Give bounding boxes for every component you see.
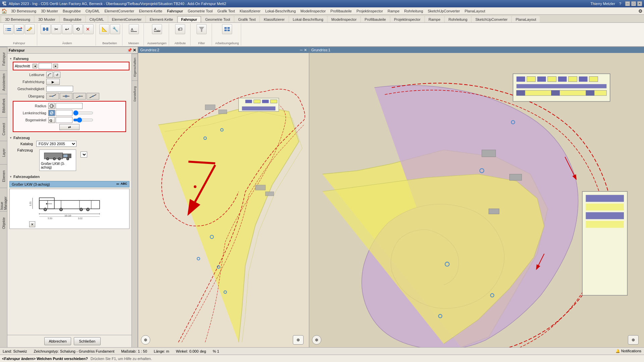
bogenwinkel-icon-btn[interactable]: [48, 117, 55, 123]
vp-left-min-icon[interactable]: ─: [300, 48, 303, 52]
lenkeinschlag-input[interactable]: -100.0: [56, 110, 72, 116]
aendern-btn2[interactable]: ✂: [51, 24, 61, 34]
messen-btn1[interactable]: A: [129, 24, 139, 34]
menu-profilbauteile[interactable]: Profilbauteile: [328, 8, 354, 14]
notifications-bell-icon[interactable]: 🔔: [615, 349, 620, 353]
aendern-btn5[interactable]: ✕: [84, 24, 94, 34]
minimize-button[interactable]: ─: [625, 1, 630, 6]
aendern-btn3[interactable]: ↩: [62, 24, 72, 34]
fahrspur-pencil-btn[interactable]: [25, 24, 35, 34]
aendern-btn1[interactable]: [41, 24, 51, 34]
panel-close-icon[interactable]: ✕: [133, 48, 136, 53]
uebergang-btn2[interactable]: [60, 93, 72, 100]
menu-element-kette[interactable]: Element-Kette: [137, 8, 164, 14]
uebergang-btn1[interactable]: [46, 93, 59, 100]
uebergang-btn4[interactable]: [87, 93, 99, 100]
vp-left-close-icon[interactable]: ✕: [304, 48, 307, 52]
menu-klassifizierer[interactable]: Klassifizierer: [237, 8, 262, 14]
fahrzeugdaten-close-btn[interactable]: ✕: [29, 221, 35, 227]
leitkurve-draw-btn[interactable]: [46, 72, 53, 78]
leitkurve-refresh-btn[interactable]: ↺: [54, 72, 60, 78]
tab-rohrleitung[interactable]: Rohrleitung: [445, 16, 471, 22]
geschwindigkeit-input[interactable]: 5.00: [46, 86, 73, 92]
tab-elementconverter[interactable]: ElementConverter: [108, 16, 146, 22]
lenkeinschlag-slider[interactable]: [73, 111, 93, 115]
fahrspur-new-btn[interactable]: [3, 24, 13, 34]
menu-projektinspector[interactable]: Projektinspector: [355, 8, 385, 14]
vtab-bibliothek[interactable]: Bibliothek: [0, 94, 7, 117]
abbrechen-button[interactable]: Abbrechen: [44, 337, 71, 345]
filter-btn1[interactable]: [197, 24, 207, 34]
arbeitsumgebung-btn1[interactable]: [222, 24, 232, 34]
vtab-objekte[interactable]: Objekte: [0, 211, 7, 235]
fahrspur-edit-btn[interactable]: [14, 24, 24, 34]
abschnitt-prev-btn[interactable]: ◄: [33, 64, 37, 68]
tab-lokal-beschriftung[interactable]: Lokal-Beschriftung: [289, 16, 327, 22]
abschnitt-next-btn[interactable]: ►: [53, 64, 58, 68]
notifications-label[interactable]: Notifications: [621, 349, 641, 353]
vtab-fahrspur[interactable]: Fahrspur: [0, 47, 7, 70]
menu-planalayout[interactable]: PlanaLayout: [463, 8, 487, 14]
menu-lokal-beschriftung[interactable]: Lokal-Beschriftung: [263, 8, 298, 14]
tab-modelinspector[interactable]: ModelInspector: [328, 16, 360, 22]
menu-3d-muster[interactable]: 3D Muster: [39, 8, 60, 14]
fahrtrichtung-btn[interactable]: ▶: [46, 79, 60, 85]
vp-right-nav-icon[interactable]: ⊕: [312, 335, 321, 345]
abschnitt-input[interactable]: 3: [39, 63, 52, 69]
vtab-layer[interactable]: Layer: [0, 141, 7, 164]
tab-geometrie-tool[interactable]: Geometrie Tool: [202, 16, 234, 22]
tab-3d-bemessung[interactable]: 3D Bemessung: [1, 16, 34, 22]
settings-icon[interactable]: ⚙: [638, 8, 643, 14]
tab-citygml[interactable]: CityGML: [86, 16, 108, 22]
menu-citygml[interactable]: CityGML: [84, 8, 102, 14]
tab-baugrubbe[interactable]: Baugrubbe: [60, 16, 85, 22]
vp-left-nav-icon[interactable]: ⊕: [141, 335, 150, 345]
vp-right-nav-icon2[interactable]: ⊕: [628, 335, 639, 345]
tab-projektinspector[interactable]: Projektinspector: [390, 16, 424, 22]
fahrzeugdaten-abc-icon[interactable]: ABC: [121, 182, 127, 186]
radius-icon-btn[interactable]: [48, 103, 55, 109]
fahrweg-section-header[interactable]: ▼ Fahrweg: [9, 56, 129, 62]
bearbeiten-btn2[interactable]: 🔧: [110, 24, 120, 34]
vp-left-nav-icon2[interactable]: ⊕: [293, 335, 304, 345]
menu-elementconverter[interactable]: ElementConverter: [103, 8, 137, 14]
vp-left-canvas[interactable]: ⊕ ⊕: [138, 53, 309, 347]
tab-klassifizierer[interactable]: Klassifizierer: [260, 16, 288, 22]
schliessen-button[interactable]: Schließen: [74, 337, 101, 345]
radius-input[interactable]: 8.8000: [56, 103, 83, 109]
close-button[interactable]: ✕: [637, 1, 642, 6]
menu-fahrspur[interactable]: Fahrspur: [165, 8, 185, 14]
bogenwinkel-slider[interactable]: [73, 118, 93, 122]
tab-grafik-text[interactable]: Grafik Text: [234, 16, 259, 22]
katalog-dropdown[interactable]: FGSV 283 2005: [36, 141, 76, 147]
menu-baugrubbe[interactable]: Baugrubbe: [61, 8, 83, 14]
fahrzeug-section-header[interactable]: ▼ Fahrzeug: [9, 135, 129, 141]
menu-rampe[interactable]: Rampe: [386, 8, 401, 14]
vtab-connect[interactable]: Connect: [0, 117, 7, 141]
tab-planalayout[interactable]: PlanaLayout: [512, 16, 540, 22]
attribute-btn1[interactable]: 🏷: [175, 24, 185, 34]
maximize-button[interactable]: □: [631, 1, 636, 6]
panel-vtab-eigenschaften[interactable]: Eigenschaften: [132, 54, 138, 80]
menu-grafik-text[interactable]: Grafik Text: [215, 8, 237, 14]
vtab-ebenen[interactable]: Ebenen: [0, 164, 7, 188]
sync-btn[interactable]: ⇄: [59, 124, 79, 130]
tab-profilbauteile[interactable]: Profilbauteile: [361, 16, 390, 22]
tab-fahrspur[interactable]: Fahrspur: [177, 16, 201, 22]
vp-right-canvas[interactable]: ⊕ ⊕: [309, 53, 644, 347]
panel-vtab-darstellung[interactable]: Darstellung: [132, 80, 138, 107]
vtab-issue-manager[interactable]: Issue Manager: [0, 188, 7, 211]
menu-rohrleitung[interactable]: Rohrleitung: [402, 8, 425, 14]
panel-pin-icon[interactable]: 📌: [127, 48, 132, 53]
bearbeiten-btn1[interactable]: 📐: [99, 24, 109, 34]
menu-sketchupconverter[interactable]: SketchUpConverter: [426, 8, 462, 14]
aendern-btn4[interactable]: ⟲: [73, 24, 83, 34]
menu-3d-bemessung[interactable]: 3D Bemessung: [9, 8, 38, 14]
bogenwinkel-input[interactable]: 89.6: [56, 117, 72, 123]
lenkeinschlag-icon-btn[interactable]: [48, 110, 55, 116]
tab-rampe[interactable]: Rampe: [425, 16, 444, 22]
help-icon[interactable]: ?: [619, 2, 621, 6]
tab-element-kette[interactable]: Element-Kette: [146, 16, 177, 22]
tab-sketchupconverter[interactable]: SketchUpConverter: [472, 16, 511, 22]
fahrzeug-dropdown[interactable]: ▼: [80, 152, 87, 158]
